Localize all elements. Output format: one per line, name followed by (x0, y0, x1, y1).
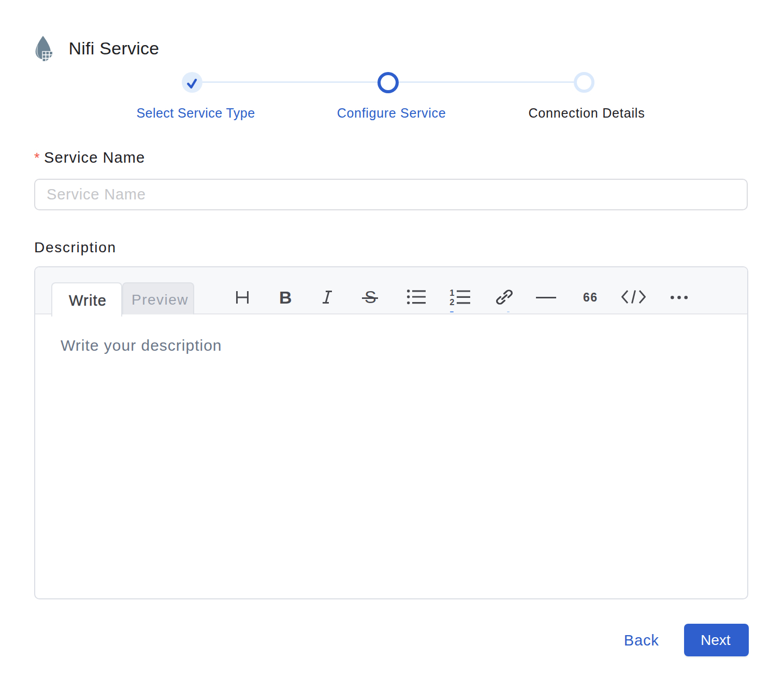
svg-text:1: 1 (449, 288, 454, 297)
svg-text:2: 2 (449, 297, 454, 305)
